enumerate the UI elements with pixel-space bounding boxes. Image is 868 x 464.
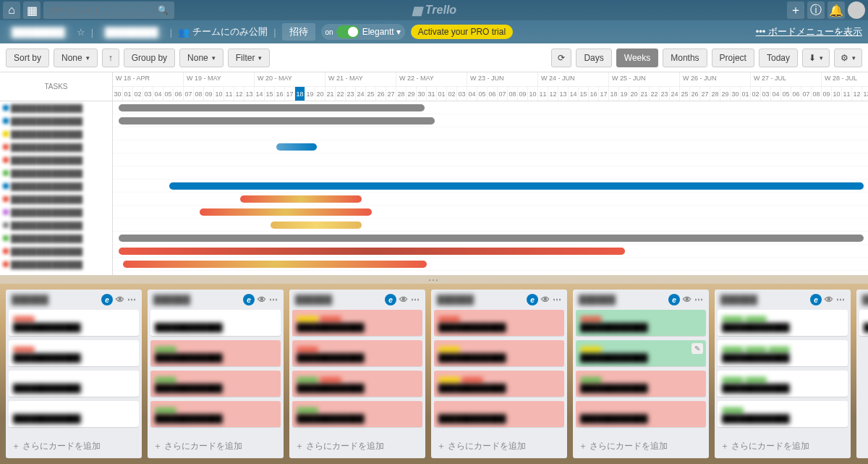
create-button[interactable]: ＋ <box>787 1 804 19</box>
invite-button[interactable]: 招待 <box>282 23 315 41</box>
elegantt-badge-icon[interactable]: e <box>101 294 113 305</box>
card[interactable]: ████████████ <box>576 371 706 397</box>
gantt-task-row[interactable]: ██████████████ <box>0 180 112 193</box>
elegantt-menu[interactable]: Elegantt▾ <box>362 27 401 37</box>
list-menu-button[interactable]: ⋯ <box>553 295 561 305</box>
add-card-button[interactable]: ＋ さらにカードを追加 <box>431 434 567 458</box>
list-header[interactable]: ██████e👁⋯ <box>148 290 284 310</box>
card[interactable]: ████████████ <box>292 401 422 427</box>
sort-value-dropdown[interactable]: None <box>54 48 98 67</box>
list-header[interactable]: ██████e👁⋯ <box>6 290 142 310</box>
card[interactable]: ████████████ <box>292 371 422 397</box>
add-card-button[interactable]: ＋ さらにカードを追加 <box>148 434 284 458</box>
card[interactable]: ████████████ <box>859 310 868 336</box>
pane-resizer[interactable] <box>0 275 868 284</box>
gantt-timeline[interactable]: W 18 - APRW 19 - MAYW 20 - MAYW 21 - MAY… <box>113 72 868 275</box>
gantt-task-row[interactable]: ██████████████ <box>0 153 112 166</box>
gantt-bar[interactable] <box>276 143 317 151</box>
gantt-task-row[interactable]: ██████████████ <box>0 206 112 219</box>
board-lists[interactable]: ██████e👁⋯███████████████████████████████… <box>0 284 868 464</box>
card[interactable]: ████████████ <box>9 371 139 397</box>
gantt-task-row[interactable]: ██████████████ <box>0 166 112 180</box>
pro-trial-button[interactable]: Activate your PRO trial <box>411 25 513 39</box>
filter-dropdown[interactable]: Filter <box>228 48 271 67</box>
card[interactable]: ████████████ <box>9 310 139 336</box>
list-menu-button[interactable]: ⋯ <box>269 295 278 305</box>
card[interactable]: ████████████ <box>576 401 706 427</box>
boards-button[interactable]: ▦ <box>23 1 41 19</box>
search-input[interactable] <box>49 5 158 15</box>
list-menu-button[interactable]: ⋯ <box>694 295 703 305</box>
list-title[interactable]: ██████ <box>720 295 807 305</box>
gantt-bar[interactable] <box>123 261 427 268</box>
card[interactable]: ████████████ <box>718 310 848 336</box>
card[interactable]: ████████████ <box>434 310 564 336</box>
card[interactable]: ████████████ <box>434 401 564 427</box>
gantt-bar[interactable] <box>119 248 625 255</box>
add-card-button[interactable]: ＋ さらにカードを追加 <box>573 434 709 458</box>
today-button[interactable]: Today <box>759 48 798 67</box>
refresh-button[interactable]: ⟳ <box>551 48 571 67</box>
list-header[interactable]: ██████e👁⋯ <box>856 290 868 310</box>
add-card-button[interactable]: ＋ さらにカードを追加 <box>289 434 425 458</box>
card[interactable]: ████████████ <box>434 340 564 366</box>
gantt-bar[interactable] <box>271 222 362 229</box>
card[interactable]: ████████████ <box>718 401 848 427</box>
sort-by-button[interactable]: Sort by <box>6 48 49 67</box>
gantt-task-row[interactable]: ██████████████ <box>0 245 112 258</box>
list-menu-button[interactable]: ⋯ <box>411 295 420 305</box>
list-header[interactable]: ██████e👁⋯ <box>715 290 851 310</box>
gantt-task-row[interactable]: ██████████████ <box>0 232 112 245</box>
card[interactable]: ████████████ <box>718 340 848 366</box>
card[interactable]: ████████████ <box>150 340 281 366</box>
card[interactable]: ████████████ <box>292 340 422 366</box>
info-button[interactable]: ⓘ <box>807 1 825 19</box>
user-avatar[interactable] <box>848 1 865 19</box>
gantt-task-row[interactable]: ██████████████ <box>0 101 112 114</box>
gantt-task-row[interactable]: ██████████████ <box>0 127 112 140</box>
gantt-task-row[interactable]: ██████████████ <box>0 140 112 153</box>
view-project-button[interactable]: Project <box>712 48 754 67</box>
list-menu-button[interactable]: ⋯ <box>127 295 136 305</box>
visibility-button[interactable]: 👥チームにのみ公開 <box>178 25 268 38</box>
star-button[interactable]: ☆ <box>77 27 85 38</box>
card[interactable]: ████████████ <box>150 401 281 427</box>
board-name[interactable]: ████████ <box>6 25 71 39</box>
team-name[interactable]: ████████ <box>99 25 164 39</box>
elegantt-badge-icon[interactable]: e <box>527 294 538 305</box>
card[interactable]: ████████████ <box>9 340 139 366</box>
gantt-bar[interactable] <box>200 208 372 216</box>
list-header[interactable]: ██████e👁⋯ <box>431 290 567 310</box>
list-header[interactable]: ██████e👁⋯ <box>573 290 709 310</box>
card[interactable]: ████████████ <box>292 310 422 336</box>
gantt-bar[interactable] <box>119 235 864 242</box>
home-button[interactable]: ⌂ <box>3 1 20 19</box>
group-by-button[interactable]: Group by <box>124 48 175 67</box>
view-weeks-button[interactable]: Weeks <box>616 48 658 67</box>
gantt-bar[interactable] <box>169 182 864 190</box>
card[interactable]: ████████████ <box>9 401 139 427</box>
view-days-button[interactable]: Days <box>576 48 611 67</box>
gantt-task-row[interactable]: ██████████████ <box>0 193 112 206</box>
list-title[interactable]: ██████ <box>862 295 868 305</box>
view-months-button[interactable]: Months <box>663 48 707 67</box>
elegantt-toggle[interactable] <box>336 25 359 38</box>
list-title[interactable]: ██████ <box>12 295 98 305</box>
add-card-button[interactable]: ＋ さらにカードを追加 <box>6 434 142 458</box>
gantt-task-row[interactable]: ██████████████ <box>0 258 112 271</box>
gantt-bar[interactable] <box>240 195 362 203</box>
elegantt-badge-icon[interactable]: e <box>385 294 396 305</box>
search-box[interactable]: 🔍 <box>43 1 174 19</box>
gantt-task-row[interactable]: ██████████████ <box>0 219 112 232</box>
list-title[interactable]: ██████ <box>579 295 665 305</box>
list-menu-button[interactable]: ⋯ <box>836 295 845 305</box>
board-menu-button[interactable]: ••• ボードメニューを表示 <box>756 25 862 38</box>
elegantt-badge-icon[interactable]: e <box>810 294 822 305</box>
list-title[interactable]: ██████ <box>437 295 524 305</box>
add-card-button[interactable]: ＋ さらにカードを追加 <box>715 434 851 458</box>
elegantt-badge-icon[interactable]: e <box>668 294 680 305</box>
card[interactable]: ████████████ <box>434 371 564 397</box>
list-title[interactable]: ██████ <box>295 295 382 305</box>
card[interactable]: ████████████ <box>576 310 706 336</box>
trello-logo[interactable]: ▦ Trello <box>412 4 456 17</box>
